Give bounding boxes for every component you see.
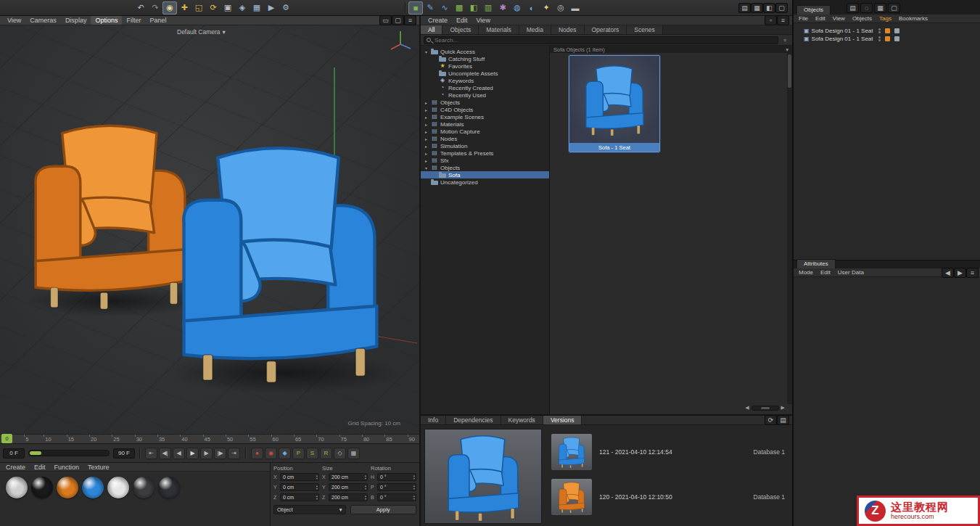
coord-input[interactable]: 200 cm▴▾ xyxy=(329,473,368,481)
go-to-start-icon[interactable]: ⇤ xyxy=(145,448,157,459)
coord-input[interactable]: 200 cm▴▾ xyxy=(329,493,368,501)
tree-item-materials[interactable]: ▸▤Materials xyxy=(421,120,549,128)
results-group-header[interactable]: Sofa Objects (1 Item) ▾ xyxy=(550,46,792,53)
tab-attributes-panel[interactable]: Attributes xyxy=(796,259,836,268)
tree-item-simulation[interactable]: ▸▤Simulation xyxy=(421,142,549,149)
tree-item-sfx[interactable]: ▸▤Sfx xyxy=(421,157,549,164)
expander-icon[interactable]: ▸ xyxy=(424,144,429,149)
maximize-icon[interactable]: ▢ xyxy=(392,15,404,25)
tab-objects-panel[interactable]: Objects xyxy=(796,5,831,15)
axis-gizmo[interactable] xyxy=(387,28,413,52)
previous-frame-icon[interactable]: ◀ xyxy=(173,448,185,459)
mograph-icon[interactable]: ✱ xyxy=(495,1,510,15)
menu-view[interactable]: View xyxy=(472,16,495,25)
tree-item-nodes[interactable]: ▸▤Nodes xyxy=(421,135,549,142)
dock-icon[interactable]: ▫ xyxy=(765,15,777,25)
tab-dependencies[interactable]: Dependencies xyxy=(446,416,501,424)
coord-input[interactable]: 0 cm▴▾ xyxy=(280,493,319,501)
last-tool-icon[interactable]: ▣ xyxy=(221,1,235,15)
menu-options[interactable]: Options xyxy=(91,16,122,25)
expander-icon[interactable]: ▸ xyxy=(424,136,429,141)
menu-edit[interactable]: Edit xyxy=(30,463,50,472)
search-input[interactable] xyxy=(424,36,778,44)
blue-armchair[interactable] xyxy=(162,139,396,382)
tree-item-keywords[interactable]: ◈Keywords xyxy=(421,77,549,84)
record-keyframe-icon[interactable]: ● xyxy=(251,448,263,459)
expander-icon[interactable]: ▾ xyxy=(424,165,429,170)
tree-item-objects[interactable]: ▾▤Objects xyxy=(421,164,549,171)
coord-input[interactable]: 0 °▴▾ xyxy=(377,483,416,491)
move-icon[interactable]: ✚ xyxy=(177,1,192,15)
menu-create[interactable]: Create xyxy=(1,463,30,472)
material-black[interactable] xyxy=(31,477,53,498)
coord-input[interactable]: 200 cm▴▾ xyxy=(329,483,368,491)
material-tag-icon[interactable] xyxy=(885,36,890,41)
spinner-icon[interactable]: ▴▾ xyxy=(365,474,366,480)
menu-file[interactable]: File xyxy=(795,15,812,23)
render-queue-icon[interactable]: ▤ xyxy=(738,3,751,13)
tree-item-uncomplete-assets[interactable]: Uncomplete Assets xyxy=(421,70,549,77)
expander-icon[interactable]: ▸ xyxy=(424,151,429,156)
tab-info[interactable]: Info xyxy=(421,416,446,424)
menu-mode[interactable]: Mode xyxy=(795,268,817,277)
object-row[interactable]: ▣Sofa Design 01 - 1 Seat xyxy=(794,27,904,35)
material-tag-icon[interactable] xyxy=(885,28,890,33)
menu-user-data[interactable]: User Data xyxy=(834,268,868,277)
expander-icon[interactable]: ▾ xyxy=(424,49,429,54)
tree-item-favorites[interactable]: ★Favorites xyxy=(421,62,549,70)
live-selection-icon[interactable]: ◉ xyxy=(162,1,177,15)
menu-edit[interactable]: Edit xyxy=(817,268,834,277)
go-to-end-icon[interactable]: ⇥ xyxy=(228,448,240,459)
camera-dropdown[interactable]: Default Camera ▾ xyxy=(177,28,226,36)
coord-input[interactable]: 0 cm▴▾ xyxy=(280,483,319,491)
tab-media[interactable]: Media xyxy=(519,25,551,34)
menu-panel[interactable]: Panel xyxy=(145,16,170,25)
tab-objects[interactable]: Objects xyxy=(442,25,479,34)
expander-icon[interactable]: ▸ xyxy=(424,122,429,127)
version-row[interactable]: 120 - 2021-04-10 12:10:50Database 1 xyxy=(551,474,786,519)
spinner-icon[interactable]: ▴▾ xyxy=(413,474,415,480)
cube-icon[interactable]: ■ xyxy=(408,1,423,15)
apply-button[interactable]: Apply xyxy=(350,505,417,514)
record-position-icon[interactable]: P xyxy=(292,448,305,459)
end-frame-field[interactable]: 90 F xyxy=(113,448,135,459)
menu-filter[interactable]: Filter xyxy=(122,16,145,25)
tab-nodes[interactable]: Nodes xyxy=(551,25,585,34)
tree-item-recently-created[interactable]: ◔Recently Created xyxy=(421,84,549,91)
asset-card-sofa[interactable]: Sofa - 1 Seat xyxy=(569,55,660,152)
menu-bookmarks[interactable]: Bookmarks xyxy=(895,15,931,23)
om-filter-icon[interactable]: ▤ xyxy=(847,3,859,13)
camera-icon[interactable]: ◎ xyxy=(553,1,568,15)
collapse-group-icon[interactable]: ▾ xyxy=(786,46,788,53)
back-icon[interactable]: ◀ xyxy=(942,268,954,278)
list-view-icon[interactable]: ▤ xyxy=(777,415,789,425)
tab-operators[interactable]: Operators xyxy=(585,25,627,34)
floor-icon[interactable]: ▬ xyxy=(568,1,582,15)
spinner-icon[interactable]: ▴▾ xyxy=(413,485,415,490)
pen-icon[interactable]: ✎ xyxy=(423,1,437,15)
keyframe-selection-icon[interactable]: ◆ xyxy=(279,448,291,459)
tree-item-templates-presets[interactable]: ▸▤Templates & Presets xyxy=(421,149,549,157)
team-render-icon[interactable]: ▦ xyxy=(751,3,763,13)
spinner-icon[interactable]: ▴▾ xyxy=(316,485,318,490)
expander-icon[interactable]: ▸ xyxy=(424,107,429,112)
render-picture-viewer-icon[interactable]: ▶ xyxy=(264,1,279,15)
menu-cameras[interactable]: Cameras xyxy=(25,16,61,25)
results-scrollbar[interactable] xyxy=(787,53,792,404)
phong-tag-icon[interactable] xyxy=(894,28,899,33)
expander-icon[interactable]: ▸ xyxy=(424,115,429,120)
snapshot-icon[interactable]: ◧ xyxy=(763,3,775,13)
pager-prev-icon[interactable]: ◀ xyxy=(745,405,749,411)
pager-thumb[interactable] xyxy=(761,407,770,409)
start-frame-field[interactable]: 0 F xyxy=(3,448,25,459)
spinner-icon[interactable]: ▴▾ xyxy=(316,474,318,480)
record-pla-icon[interactable]: ▦ xyxy=(347,448,360,459)
subdivision-surface-icon[interactable]: ▩ xyxy=(452,1,466,15)
tab-materials[interactable]: Materials xyxy=(479,25,519,34)
next-key-icon[interactable]: |▶ xyxy=(214,448,226,459)
record-parameter-icon[interactable]: ◇ xyxy=(334,448,346,459)
coordinate-system-icon[interactable]: ◈ xyxy=(235,1,250,15)
tree-item-recently-used[interactable]: ◔Recently Used xyxy=(421,91,549,99)
material-blue[interactable] xyxy=(82,477,104,498)
menu-edit[interactable]: Edit xyxy=(452,16,472,25)
